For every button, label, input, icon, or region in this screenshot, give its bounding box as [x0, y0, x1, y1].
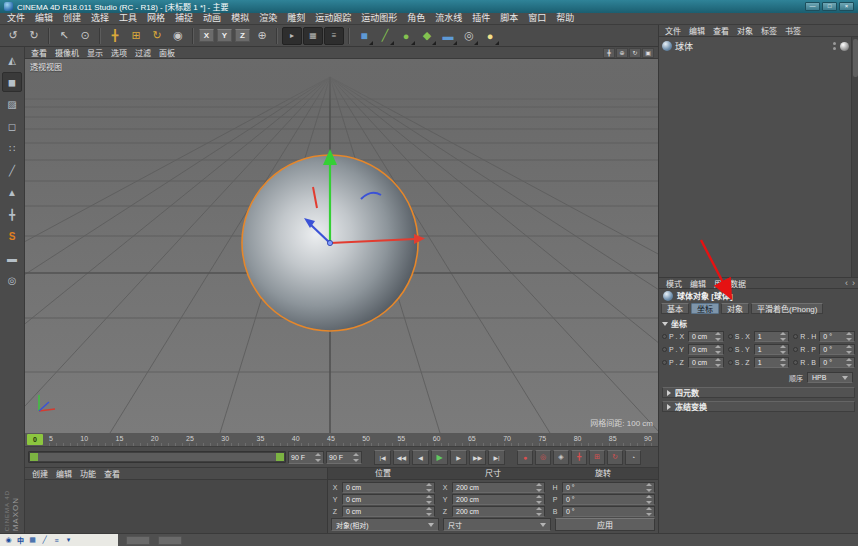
document-end-field[interactable]: 90 F: [326, 451, 362, 464]
workplane-lock-icon[interactable]: ▬: [2, 248, 22, 268]
am-menu-edit[interactable]: 编辑: [686, 278, 710, 289]
spinner-icon[interactable]: [646, 483, 652, 492]
timeline-playhead[interactable]: 0: [27, 434, 43, 445]
spinner-icon[interactable]: [715, 358, 721, 367]
viewport-menu-view[interactable]: 查看: [27, 47, 51, 58]
ime-settings-icon[interactable]: ≡: [52, 535, 61, 545]
object-item-sphere[interactable]: 球体: [662, 40, 849, 52]
record-parameter-toggle[interactable]: ◔: [625, 450, 641, 465]
maximize-button[interactable]: □: [822, 2, 837, 11]
visibility-dots-icon[interactable]: [833, 42, 836, 50]
menu-window[interactable]: 窗口: [523, 13, 551, 24]
spinner-icon[interactable]: [846, 358, 852, 367]
menu-render[interactable]: 渲染: [254, 13, 282, 24]
rotate-view-icon[interactable]: ↻: [629, 48, 641, 58]
attr-rb-field[interactable]: 0 °: [819, 357, 855, 368]
size-y-field[interactable]: 200 cm: [452, 494, 545, 505]
texture-mode-icon[interactable]: ▨: [2, 94, 22, 114]
om-menu-file[interactable]: 文件: [661, 25, 685, 36]
spinner-icon[interactable]: [536, 483, 542, 492]
pen-input-icon[interactable]: ╱: [40, 535, 49, 545]
taskbar-button[interactable]: [158, 536, 182, 545]
freeze-transform-section-header[interactable]: 冻结变换: [662, 401, 855, 412]
viewport-3d-scene[interactable]: 网格间距: 100 cm: [25, 59, 658, 433]
solo-mode-icon[interactable]: ◎: [2, 270, 22, 290]
prev-frame-button[interactable]: ◀: [412, 450, 429, 465]
move-tool-button[interactable]: ╋: [105, 26, 125, 46]
rot-b-field[interactable]: 0 °: [562, 506, 655, 517]
spinner-icon[interactable]: [646, 507, 652, 516]
spinner-icon[interactable]: [646, 495, 652, 504]
workplane-mode-icon[interactable]: ◻: [2, 116, 22, 136]
undo-button[interactable]: ↺: [3, 26, 23, 46]
menu-mesh[interactable]: 网格: [142, 13, 170, 24]
spinner-icon[interactable]: [353, 453, 359, 462]
next-object-icon[interactable]: ›: [852, 278, 855, 288]
spinner-icon[interactable]: [715, 345, 721, 354]
attr-sy-field[interactable]: 1: [754, 344, 790, 355]
size-mode-dropdown[interactable]: 尺寸: [443, 518, 551, 531]
menu-edit[interactable]: 编辑: [30, 13, 58, 24]
menu-animate[interactable]: 动画: [198, 13, 226, 24]
keyframe-dot-icon[interactable]: [793, 334, 798, 339]
coordinate-system-button[interactable]: ⊕: [252, 26, 272, 46]
attr-sz-field[interactable]: 1: [754, 357, 790, 368]
attr-pz-field[interactable]: 0 cm: [688, 357, 724, 368]
close-button[interactable]: ×: [839, 2, 854, 11]
om-scrollbar[interactable]: [851, 37, 858, 277]
goto-start-button[interactable]: |◀: [374, 450, 391, 465]
spinner-icon[interactable]: [846, 332, 852, 341]
om-menu-bookmarks[interactable]: 书签: [781, 25, 805, 36]
tab-coordinates[interactable]: 坐标: [691, 303, 719, 314]
om-menu-tags[interactable]: 标签: [757, 25, 781, 36]
attr-px-field[interactable]: 0 cm: [688, 331, 724, 342]
keyframe-dot-icon[interactable]: [728, 347, 733, 352]
size-x-field[interactable]: 200 cm: [452, 482, 545, 493]
tab-basic[interactable]: 基本: [661, 303, 689, 314]
add-environment-button[interactable]: ▬: [438, 26, 458, 46]
tab-object[interactable]: 对象: [721, 303, 749, 314]
rot-h-field[interactable]: 0 °: [562, 482, 655, 493]
menu-mograph[interactable]: 运动图形: [356, 13, 402, 24]
menu-file[interactable]: 文件: [2, 13, 30, 24]
selection-tool-button[interactable]: ↖: [54, 26, 74, 46]
spinner-icon[interactable]: [715, 332, 721, 341]
next-key-button[interactable]: ▶▶: [469, 450, 486, 465]
edges-mode-icon[interactable]: ╱: [2, 160, 22, 180]
zo om-view-icon[interactable]: ⊕: [616, 48, 628, 58]
menu-motion-tracker[interactable]: 运动跟踪: [310, 13, 356, 24]
order-dropdown[interactable]: HPB: [807, 372, 853, 383]
om-menu-objects[interactable]: 对象: [733, 25, 757, 36]
preview-range-slider[interactable]: [28, 451, 286, 463]
spinner-icon[interactable]: [780, 358, 786, 367]
am-menu-mode[interactable]: 模式: [662, 278, 686, 289]
om-menu-view[interactable]: 查看: [709, 25, 733, 36]
menu-help[interactable]: 帮助: [551, 13, 579, 24]
pos-x-field[interactable]: 0 cm: [342, 482, 435, 493]
keyframe-dot-icon[interactable]: [728, 334, 733, 339]
pos-z-field[interactable]: 0 cm: [342, 506, 435, 517]
menu-pipeline[interactable]: 流水线: [430, 13, 467, 24]
ime-chinese-icon[interactable]: 中: [16, 535, 25, 545]
range-end-handle[interactable]: [276, 453, 284, 461]
goto-end-button[interactable]: ▶|: [488, 450, 505, 465]
lock-z-button[interactable]: Z: [235, 29, 250, 42]
spinner-icon[interactable]: [780, 332, 786, 341]
tab-phong[interactable]: 平滑着色(Phong): [751, 303, 823, 314]
spinner-icon[interactable]: [426, 483, 432, 492]
viewport-menu-panel[interactable]: 面板: [155, 47, 179, 58]
viewport-menu-options[interactable]: 选项: [107, 47, 131, 58]
add-light-button[interactable]: ●: [480, 26, 500, 46]
material-menu-edit[interactable]: 编辑: [52, 468, 76, 479]
taskbar-button[interactable]: [126, 536, 150, 545]
next-frame-button[interactable]: ▶: [450, 450, 467, 465]
render-picture-viewer-button[interactable]: ▦: [303, 27, 323, 45]
quaternion-section-header[interactable]: 四元数: [662, 387, 855, 398]
menu-simulate[interactable]: 模拟: [226, 13, 254, 24]
attr-rh-field[interactable]: 0 °: [819, 331, 855, 342]
viewport-menu-cameras[interactable]: 摄像机: [51, 47, 83, 58]
polygons-mode-icon[interactable]: ▲: [2, 182, 22, 202]
lock-y-button[interactable]: Y: [217, 29, 232, 42]
prev-object-icon[interactable]: ‹: [845, 278, 848, 288]
om-menu-edit[interactable]: 编辑: [685, 25, 709, 36]
